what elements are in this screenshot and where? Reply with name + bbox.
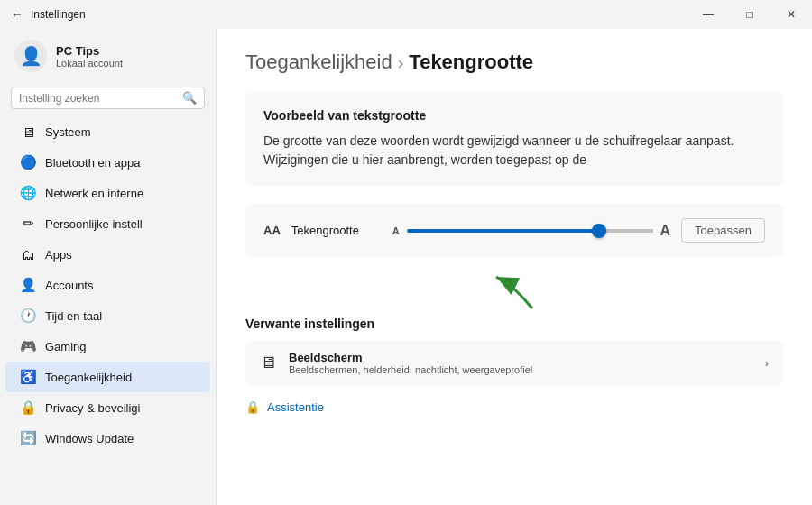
sidebar-item-accounts[interactable]: 👤 Accounts [5, 270, 210, 300]
slider-unfill [599, 229, 653, 233]
sidebar-item-netwerk[interactable]: 🌐 Netwerk en interne [5, 178, 210, 208]
gaming-icon: 🎮 [20, 338, 36, 354]
search-icon: 🔍 [182, 91, 197, 105]
profile-name: PC Tips [56, 44, 123, 58]
slider-track [407, 229, 653, 233]
sidebar-item-systeem[interactable]: 🖥 Systeem [5, 116, 210, 147]
maximize-button[interactable]: □ [729, 0, 770, 29]
related-item-beeldscherm[interactable]: 🖥 Beeldscherm Beeldschermen, helderheid,… [245, 340, 783, 386]
slider-thumb[interactable] [592, 224, 606, 238]
back-icon[interactable]: ← [11, 7, 23, 22]
toegankelijkheid-icon: ♿ [20, 369, 36, 385]
sidebar-item-label-persoonlijke: Persoonlijke instell [45, 217, 143, 231]
aa-icon: AA [263, 224, 281, 237]
slider-fill [407, 229, 653, 233]
beeldscherm-icon: 🖥 [260, 354, 276, 372]
profile-info: PC Tips Lokaal account [56, 44, 123, 69]
persoonlijke-icon: ✏ [20, 216, 36, 232]
assistentie-link[interactable]: 🔒 Assistentie [245, 393, 783, 421]
slider-label: Tekengrootte [291, 224, 382, 237]
search-input[interactable] [19, 92, 182, 105]
systeem-icon: 🖥 [20, 124, 36, 140]
sidebar-item-bluetooth[interactable]: 🔵 Bluetooth en appa [5, 147, 210, 178]
titlebar: ← Instellingen — □ ✕ [0, 0, 812, 29]
close-button[interactable]: ✕ [770, 0, 812, 29]
search-box[interactable]: 🔍 [11, 87, 205, 109]
slider-container: A A [392, 223, 670, 239]
content-area: Toegankelijkheid › Tekengrootte Voorbeel… [217, 29, 812, 505]
slider-icon: AA [263, 224, 281, 237]
sidebar-item-toegankelijkheid[interactable]: ♿ Toegankelijkheid [5, 362, 210, 392]
netwerk-icon: 🌐 [20, 185, 36, 201]
sidebar-item-persoonlijke[interactable]: ✏ Persoonlijke instell [5, 208, 210, 239]
sidebar-item-label-windows_update: Windows Update [45, 432, 134, 445]
sidebar-item-privacy[interactable]: 🔒 Privacy & beveiligi [5, 392, 210, 423]
sidebar-item-windows_update[interactable]: 🔄 Windows Update [5, 423, 210, 454]
breadcrumb-parent[interactable]: Toegankelijkheid [245, 50, 392, 74]
preview-text: De grootte van deze woorden wordt gewijz… [263, 132, 765, 170]
sidebar-item-label-bluetooth: Bluetooth en appa [45, 156, 141, 170]
nav-list: 🖥 Systeem 🔵 Bluetooth en appa 🌐 Netwerk … [0, 116, 216, 454]
breadcrumb-sep: › [398, 52, 404, 73]
slider-a-large: A [660, 223, 671, 239]
sidebar-item-label-privacy: Privacy & beveiligi [45, 401, 141, 415]
toepassen-button[interactable]: Toepassen [681, 218, 765, 243]
assistentie-icon: 🔒 [245, 400, 260, 414]
apps-icon: 🗂 [20, 246, 36, 262]
windows_update-icon: 🔄 [20, 430, 36, 446]
titlebar-left: ← Instellingen [11, 7, 86, 22]
sidebar-item-apps[interactable]: 🗂 Apps [5, 239, 210, 270]
minimize-button[interactable]: — [687, 0, 729, 29]
related-item-text: Beeldscherm Beeldschermen, helderheid, n… [289, 351, 532, 375]
related-section: Verwante instellingen 🖥 Beeldscherm Beel… [245, 317, 783, 386]
sidebar-item-label-netwerk: Netwerk en interne [45, 187, 143, 200]
sidebar-item-label-accounts: Accounts [45, 279, 93, 292]
breadcrumb: Toegankelijkheid › Tekengrootte [245, 50, 783, 74]
chevron-icon: › [765, 357, 769, 370]
sidebar-item-tijd[interactable]: 🕐 Tijd en taal [5, 300, 210, 331]
titlebar-title: Instellingen [31, 8, 86, 21]
profile-section[interactable]: 👤 PC Tips Lokaal account [0, 29, 216, 83]
profile-type: Lokaal account [56, 58, 123, 69]
accounts-icon: 👤 [20, 277, 36, 293]
sidebar-item-label-toegankelijkheid: Toegankelijkheid [45, 371, 132, 384]
related-title: Verwante instellingen [245, 317, 783, 331]
assistentie-label: Assistentie [267, 400, 324, 414]
sidebar-item-label-gaming: Gaming [45, 340, 87, 354]
related-item-sub: Beeldschermen, helderheid, nachtlicht, w… [289, 364, 532, 375]
tijd-icon: 🕐 [20, 308, 36, 324]
sidebar-item-label-systeem: Systeem [45, 125, 91, 139]
related-item-title: Beeldscherm [289, 351, 532, 364]
avatar: 👤 [14, 40, 47, 72]
main-container: 👤 PC Tips Lokaal account 🔍 🖥 Systeem 🔵 B… [0, 29, 812, 505]
preview-section: Voorbeeld van tekstgrootte De grootte va… [245, 92, 783, 186]
sidebar-item-label-tijd: Tijd en taal [45, 309, 102, 323]
tekengrootte-row: AA Tekengrootte A A Toepassen [245, 204, 783, 257]
page-title: Tekengrootte [409, 50, 533, 74]
preview-title: Voorbeeld van tekstgrootte [263, 108, 765, 123]
privacy-icon: 🔒 [20, 399, 36, 416]
bluetooth-icon: 🔵 [20, 154, 36, 170]
sidebar-item-gaming[interactable]: 🎮 Gaming [5, 331, 210, 362]
sidebar: 👤 PC Tips Lokaal account 🔍 🖥 Systeem 🔵 B… [0, 29, 217, 505]
slider-a-small: A [392, 225, 400, 236]
titlebar-controls: — □ ✕ [687, 0, 812, 29]
sidebar-item-label-apps: Apps [45, 248, 72, 262]
arrow-annotation [245, 268, 783, 313]
